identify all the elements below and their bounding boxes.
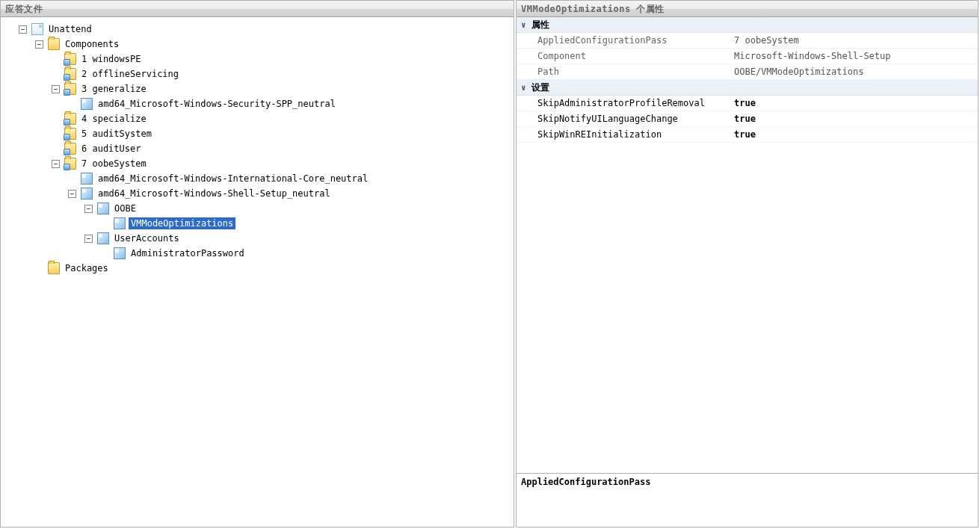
node-label: amd64_Microsoft-Windows-International-Co… <box>96 173 370 185</box>
expander-icon[interactable]: − <box>52 85 60 93</box>
expander-icon[interactable]: − <box>19 25 27 34</box>
answer-file-title: 应答文件 <box>1 1 514 17</box>
tree-view[interactable]: − Unattend − Components <box>1 17 514 527</box>
pass-folder-icon <box>64 113 76 125</box>
xml-file-icon <box>31 23 43 35</box>
node-label: 3 generalize <box>79 83 149 95</box>
prop-value[interactable]: true <box>730 129 978 140</box>
description-title: AppliedConfigurationPass <box>521 477 973 487</box>
prop-value: OOBE/VMModeOptimizations <box>730 66 978 77</box>
tree-node-pass-audituser[interactable]: 6 auditUser <box>4 141 511 156</box>
node-label: 5 auditSystem <box>79 128 154 140</box>
prop-row-skipadministratorprofileremoval[interactable]: SkipAdministratorProfileRemoval true <box>517 96 978 111</box>
node-label: Packages <box>63 262 111 274</box>
properties-title: VMModeOptimizations 个属性 <box>517 1 978 17</box>
expander-icon[interactable]: − <box>52 160 60 168</box>
tree-node-pass-specialize[interactable]: 4 specialize <box>4 111 511 126</box>
node-label-selected: VMModeOptimizations <box>129 217 235 229</box>
tree-node-pass-oobesystem[interactable]: − 7 oobeSystem <box>4 156 511 171</box>
node-label: Components <box>63 38 121 50</box>
tree-node-component-shell[interactable]: − amd64_Microsoft-Windows-Shell-Setup_ne… <box>4 186 511 201</box>
expander-icon[interactable]: − <box>68 190 76 198</box>
expander-icon[interactable]: − <box>84 205 93 213</box>
tree-node-packages[interactable]: Packages <box>4 261 511 276</box>
expander-icon[interactable]: − <box>84 235 93 243</box>
component-icon <box>81 188 93 199</box>
description-box: AppliedConfigurationPass <box>517 473 978 527</box>
prop-row-path[interactable]: Path OOBE/VMModeOptimizations <box>517 64 978 80</box>
chevron-down-icon[interactable]: ∨ <box>521 20 531 30</box>
node-label: amd64_Microsoft-Windows-Shell-Setup_neut… <box>96 188 333 199</box>
prop-row-appliedconfigurationpass[interactable]: AppliedConfigurationPass 7 oobeSystem <box>517 33 978 49</box>
tree-node-component-spp[interactable]: amd64_Microsoft-Windows-Security-SPP_neu… <box>4 96 511 111</box>
tree-node-pass-windowspe[interactable]: 1 windowsPE <box>4 52 511 66</box>
node-label: UserAccounts <box>112 232 182 244</box>
group-header-attributes[interactable]: ∨ 属性 <box>517 17 978 33</box>
tree-node-components[interactable]: − Components <box>4 37 511 52</box>
component-icon <box>114 217 126 229</box>
pass-folder-icon <box>64 158 76 170</box>
node-label: Unattend <box>46 23 94 35</box>
tree-node-adminpassword[interactable]: AdministratorPassword <box>4 246 511 261</box>
prop-name: SkipNotifyUILanguageChange <box>517 114 730 124</box>
node-label: 7 oobeSystem <box>79 158 149 170</box>
prop-row-skipnotifyuilanguagechange[interactable]: SkipNotifyUILanguageChange true <box>517 111 978 127</box>
component-icon <box>97 232 109 244</box>
pass-folder-icon <box>64 83 76 95</box>
prop-value: 7 oobeSystem <box>730 35 978 46</box>
node-label: 6 auditUser <box>79 143 143 155</box>
pass-folder-icon <box>64 128 76 140</box>
expander-icon[interactable]: − <box>35 40 43 49</box>
tree-node-useraccounts[interactable]: − UserAccounts <box>4 231 511 246</box>
prop-name: SkipAdministratorProfileRemoval <box>517 98 730 108</box>
prop-name: AppliedConfigurationPass <box>517 35 730 46</box>
component-icon <box>81 173 93 185</box>
component-icon <box>97 202 109 214</box>
prop-value[interactable]: true <box>730 114 978 124</box>
prop-name: Path <box>517 66 730 77</box>
group-header-settings[interactable]: ∨ 设置 <box>517 80 978 96</box>
prop-value[interactable]: true <box>730 98 978 108</box>
component-icon <box>81 98 93 110</box>
tree-node-oobe[interactable]: − OOBE <box>4 201 511 216</box>
answer-file-panel: 应答文件 − Unattend − <box>0 0 514 528</box>
node-label: 4 specialize <box>79 113 149 125</box>
group-label: 设置 <box>531 81 549 94</box>
node-label: 1 windowsPE <box>79 53 143 65</box>
node-label: 2 offlineServicing <box>79 68 181 80</box>
prop-name: Component <box>517 51 730 61</box>
tree-node-unattend[interactable]: − Unattend <box>4 22 511 37</box>
prop-row-skipwinreinitialization[interactable]: SkipWinREInitialization true <box>517 127 978 143</box>
prop-value: Microsoft-Windows-Shell-Setup <box>730 51 978 61</box>
pass-folder-icon <box>64 53 76 65</box>
node-label: AdministratorPassword <box>129 247 247 259</box>
folder-icon <box>48 38 60 50</box>
properties-grid[interactable]: ∨ 属性 AppliedConfigurationPass 7 oobeSyst… <box>517 17 978 473</box>
folder-icon <box>48 262 60 274</box>
chevron-down-icon[interactable]: ∨ <box>521 83 531 93</box>
pass-folder-icon <box>64 68 76 80</box>
group-label: 属性 <box>531 19 549 31</box>
tree-node-pass-auditsystem[interactable]: 5 auditSystem <box>4 126 511 141</box>
tree-node-pass-generalize[interactable]: − 3 generalize <box>4 81 511 96</box>
prop-name: SkipWinREInitialization <box>517 129 730 140</box>
properties-panel: VMModeOptimizations 个属性 ∨ 属性 AppliedConf… <box>516 0 979 528</box>
node-label: amd64_Microsoft-Windows-Security-SPP_neu… <box>96 98 338 110</box>
node-label: OOBE <box>112 202 138 214</box>
pass-folder-icon <box>64 143 76 155</box>
component-icon <box>114 247 126 259</box>
tree-node-pass-offlineservicing[interactable]: 2 offlineServicing <box>4 66 511 81</box>
tree-node-vmmodeoptimizations[interactable]: VMModeOptimizations <box>4 216 511 231</box>
tree-node-component-intl[interactable]: amd64_Microsoft-Windows-International-Co… <box>4 171 511 186</box>
prop-row-component[interactable]: Component Microsoft-Windows-Shell-Setup <box>517 49 978 64</box>
